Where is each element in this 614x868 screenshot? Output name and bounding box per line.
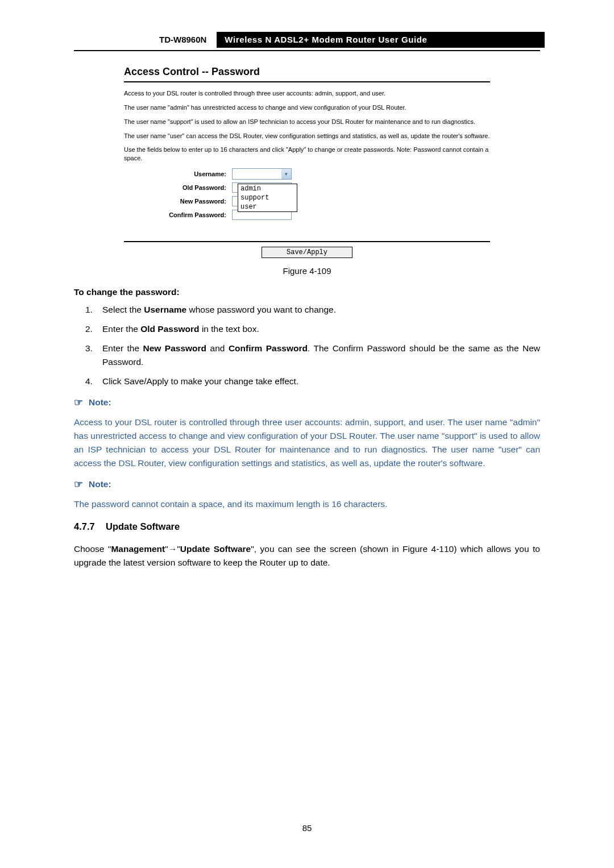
note-label: Note: — [89, 479, 111, 489]
model-number: TD-W8960N — [159, 32, 217, 48]
list-item: 1. Select the Username whose password yo… — [85, 303, 540, 317]
pointing-hand-icon: ☞ — [74, 478, 83, 491]
dropdown-option-admin[interactable]: admin — [238, 184, 297, 193]
note-heading: ☞ Note: — [74, 478, 540, 491]
section-paragraph: Choose "Management"→"Update Software", y… — [74, 542, 540, 570]
figure-divider — [124, 81, 490, 82]
figure-caption: Figure 4-109 — [74, 266, 540, 276]
note-body-2: The password cannot contain a space, and… — [74, 497, 540, 511]
list-item: 2. Enter the Old Password in the text bo… — [85, 322, 540, 336]
header-divider — [74, 50, 540, 51]
screenshot-figure: Access Control -- Password Access to you… — [124, 66, 490, 258]
figure-title: Access Control -- Password — [124, 66, 490, 78]
arrow-right-icon: → — [168, 544, 177, 554]
figure-divider-bottom — [124, 241, 490, 242]
figure-para-3: The user name "support" is used to allow… — [124, 118, 490, 126]
doc-header: TD-W8960N Wireless N ADSL2+ Modem Router… — [159, 32, 545, 48]
username-label: Username: — [124, 171, 232, 177]
figure-para-5: Use the fields below to enter up to 16 c… — [124, 146, 490, 163]
note-heading: ☞ Note: — [74, 396, 540, 409]
list-item: 3. Enter the New Password and Confirm Pa… — [85, 342, 540, 369]
list-item: 4. Click Save/Apply to make your change … — [85, 375, 540, 388]
figure-para-1: Access to your DSL router is controlled … — [124, 89, 490, 98]
figure-para-2: The user name "admin" has unrestricted a… — [124, 103, 490, 112]
instructions-heading: To change the password: — [74, 287, 540, 297]
username-select[interactable]: ▾ — [232, 168, 292, 180]
doc-title: Wireless N ADSL2+ Modem Router User Guid… — [217, 32, 545, 48]
figure-para-4: The user name "user" can access the DSL … — [124, 132, 490, 140]
old-password-label: Old Password: — [124, 184, 232, 191]
section-heading: 4.7.7Update Software — [74, 521, 540, 532]
section-number: 4.7.7 — [74, 521, 106, 532]
dropdown-option-support[interactable]: support — [238, 193, 297, 202]
chevron-down-icon[interactable]: ▾ — [281, 169, 291, 179]
note-body-1: Access to your DSL router is controlled … — [74, 416, 540, 470]
dropdown-option-user[interactable]: user — [238, 202, 297, 211]
confirm-password-label: Confirm Password: — [124, 211, 232, 218]
page-number: 85 — [0, 823, 614, 833]
save-apply-button[interactable]: Save/Apply — [262, 247, 352, 258]
note-label: Note: — [89, 397, 111, 408]
password-form: Username: ▾ Old Password: New Password: … — [124, 168, 490, 221]
instructions-list: 1. Select the Username whose password yo… — [85, 303, 540, 388]
new-password-label: New Password: — [124, 198, 232, 205]
pointing-hand-icon: ☞ — [74, 396, 83, 409]
username-dropdown-list: admin support user — [238, 184, 297, 212]
section-title: Update Software — [106, 521, 180, 531]
